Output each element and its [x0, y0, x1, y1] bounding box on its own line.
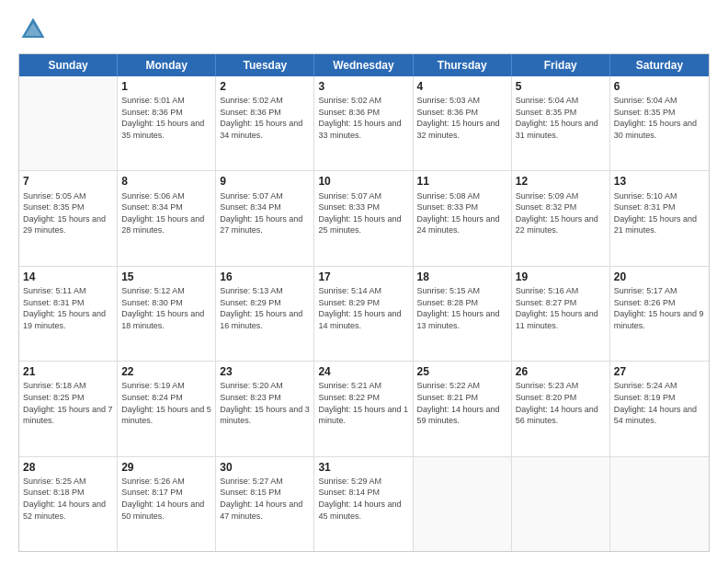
sun-info: Sunrise: 5:08 AMSunset: 8:33 PMDaylight:… — [417, 190, 507, 236]
calendar-cell: 23Sunrise: 5:20 AMSunset: 8:23 PMDayligh… — [216, 362, 314, 455]
calendar-cell: 25Sunrise: 5:22 AMSunset: 8:21 PMDayligh… — [414, 362, 512, 455]
logo-icon — [18, 15, 48, 44]
day-number: 4 — [417, 79, 507, 94]
sun-info: Sunrise: 5:29 AMSunset: 8:14 PMDaylight:… — [318, 476, 408, 522]
sun-info: Sunrise: 5:02 AMSunset: 8:36 PMDaylight:… — [220, 95, 310, 141]
calendar-cell — [19, 76, 118, 170]
sun-info: Sunrise: 5:18 AMSunset: 8:25 PMDaylight:… — [23, 380, 113, 426]
sun-info: Sunrise: 5:15 AMSunset: 8:28 PMDaylight:… — [417, 285, 507, 331]
day-number: 27 — [614, 364, 705, 379]
calendar-week: 21Sunrise: 5:18 AMSunset: 8:25 PMDayligh… — [19, 362, 709, 456]
weekday-header: Thursday — [414, 54, 512, 76]
calendar-cell: 13Sunrise: 5:10 AMSunset: 8:31 PMDayligh… — [610, 171, 709, 265]
calendar-cell: 29Sunrise: 5:26 AMSunset: 8:17 PMDayligh… — [118, 457, 216, 551]
sun-info: Sunrise: 5:24 AMSunset: 8:19 PMDaylight:… — [614, 380, 705, 426]
page: SundayMondayTuesdayWednesdayThursdayFrid… — [0, 0, 728, 563]
calendar-cell: 10Sunrise: 5:07 AMSunset: 8:33 PMDayligh… — [314, 171, 413, 265]
day-number: 25 — [417, 364, 507, 379]
calendar-cell: 1Sunrise: 5:01 AMSunset: 8:36 PMDaylight… — [118, 76, 216, 170]
calendar-cell: 21Sunrise: 5:18 AMSunset: 8:25 PMDayligh… — [19, 362, 118, 455]
calendar: SundayMondayTuesdayWednesdayThursdayFrid… — [18, 53, 710, 552]
day-number: 17 — [318, 270, 408, 284]
day-number: 24 — [318, 364, 408, 379]
header — [18, 15, 710, 44]
sun-info: Sunrise: 5:02 AMSunset: 8:36 PMDaylight:… — [318, 95, 408, 141]
calendar-cell: 30Sunrise: 5:27 AMSunset: 8:15 PMDayligh… — [216, 457, 314, 551]
calendar-cell: 7Sunrise: 5:05 AMSunset: 8:35 PMDaylight… — [19, 171, 118, 265]
calendar-cell: 15Sunrise: 5:12 AMSunset: 8:30 PMDayligh… — [118, 267, 216, 361]
sun-info: Sunrise: 5:11 AMSunset: 8:31 PMDaylight:… — [23, 285, 113, 331]
day-number: 18 — [417, 270, 507, 284]
sun-info: Sunrise: 5:13 AMSunset: 8:29 PMDaylight:… — [220, 285, 310, 331]
sun-info: Sunrise: 5:07 AMSunset: 8:34 PMDaylight:… — [220, 190, 310, 236]
day-number: 21 — [23, 364, 113, 379]
day-number: 20 — [614, 270, 705, 284]
calendar-cell: 16Sunrise: 5:13 AMSunset: 8:29 PMDayligh… — [216, 267, 314, 361]
calendar-body: 1Sunrise: 5:01 AMSunset: 8:36 PMDaylight… — [19, 76, 709, 551]
calendar-cell: 18Sunrise: 5:15 AMSunset: 8:28 PMDayligh… — [414, 267, 512, 361]
calendar-cell: 9Sunrise: 5:07 AMSunset: 8:34 PMDaylight… — [216, 171, 314, 265]
sun-info: Sunrise: 5:05 AMSunset: 8:35 PMDaylight:… — [23, 190, 113, 236]
day-number: 29 — [121, 460, 211, 475]
calendar-week: 14Sunrise: 5:11 AMSunset: 8:31 PMDayligh… — [19, 267, 709, 362]
sun-info: Sunrise: 5:20 AMSunset: 8:23 PMDaylight:… — [220, 380, 310, 426]
sun-info: Sunrise: 5:22 AMSunset: 8:21 PMDaylight:… — [417, 380, 507, 426]
sun-info: Sunrise: 5:19 AMSunset: 8:24 PMDaylight:… — [121, 380, 211, 426]
sun-info: Sunrise: 5:06 AMSunset: 8:34 PMDaylight:… — [121, 190, 211, 236]
logo — [18, 15, 51, 44]
day-number: 8 — [121, 174, 211, 189]
sun-info: Sunrise: 5:09 AMSunset: 8:32 PMDaylight:… — [516, 190, 606, 236]
day-number: 28 — [23, 460, 113, 475]
calendar-cell: 19Sunrise: 5:16 AMSunset: 8:27 PMDayligh… — [512, 267, 610, 361]
day-number: 3 — [318, 79, 408, 94]
sun-info: Sunrise: 5:23 AMSunset: 8:20 PMDaylight:… — [516, 380, 606, 426]
sun-info: Sunrise: 5:14 AMSunset: 8:29 PMDaylight:… — [318, 285, 408, 331]
calendar-week: 7Sunrise: 5:05 AMSunset: 8:35 PMDaylight… — [19, 171, 709, 266]
day-number: 31 — [318, 460, 408, 475]
day-number: 22 — [121, 364, 211, 379]
day-number: 1 — [121, 79, 211, 94]
calendar-cell — [414, 457, 512, 551]
sun-info: Sunrise: 5:04 AMSunset: 8:35 PMDaylight:… — [614, 95, 705, 141]
day-number: 16 — [220, 270, 310, 284]
sun-info: Sunrise: 5:10 AMSunset: 8:31 PMDaylight:… — [614, 190, 705, 236]
day-number: 19 — [516, 270, 606, 284]
weekday-header: Sunday — [19, 54, 118, 76]
day-number: 26 — [516, 364, 606, 379]
calendar-cell: 2Sunrise: 5:02 AMSunset: 8:36 PMDaylight… — [216, 76, 314, 170]
sun-info: Sunrise: 5:16 AMSunset: 8:27 PMDaylight:… — [516, 285, 606, 331]
sun-info: Sunrise: 5:03 AMSunset: 8:36 PMDaylight:… — [417, 95, 507, 141]
day-number: 23 — [220, 364, 310, 379]
sun-info: Sunrise: 5:07 AMSunset: 8:33 PMDaylight:… — [318, 190, 408, 236]
day-number: 10 — [318, 174, 408, 189]
calendar-cell: 17Sunrise: 5:14 AMSunset: 8:29 PMDayligh… — [314, 267, 413, 361]
calendar-cell: 11Sunrise: 5:08 AMSunset: 8:33 PMDayligh… — [414, 171, 512, 265]
calendar-cell: 20Sunrise: 5:17 AMSunset: 8:26 PMDayligh… — [610, 267, 709, 361]
calendar-cell: 8Sunrise: 5:06 AMSunset: 8:34 PMDaylight… — [118, 171, 216, 265]
calendar-cell: 24Sunrise: 5:21 AMSunset: 8:22 PMDayligh… — [314, 362, 413, 455]
sun-info: Sunrise: 5:04 AMSunset: 8:35 PMDaylight:… — [516, 95, 606, 141]
calendar-cell — [512, 457, 610, 551]
sun-info: Sunrise: 5:26 AMSunset: 8:17 PMDaylight:… — [121, 476, 211, 522]
day-number: 14 — [23, 270, 113, 284]
calendar-cell: 31Sunrise: 5:29 AMSunset: 8:14 PMDayligh… — [314, 457, 413, 551]
calendar-cell: 6Sunrise: 5:04 AMSunset: 8:35 PMDaylight… — [610, 76, 709, 170]
weekday-header: Friday — [512, 54, 610, 76]
sun-info: Sunrise: 5:01 AMSunset: 8:36 PMDaylight:… — [121, 95, 211, 141]
sun-info: Sunrise: 5:21 AMSunset: 8:22 PMDaylight:… — [318, 380, 408, 426]
sun-info: Sunrise: 5:25 AMSunset: 8:18 PMDaylight:… — [23, 476, 113, 522]
calendar-header: SundayMondayTuesdayWednesdayThursdayFrid… — [19, 54, 709, 76]
sun-info: Sunrise: 5:17 AMSunset: 8:26 PMDaylight:… — [614, 285, 705, 331]
sun-info: Sunrise: 5:27 AMSunset: 8:15 PMDaylight:… — [220, 476, 310, 522]
day-number: 13 — [614, 174, 705, 189]
calendar-cell: 14Sunrise: 5:11 AMSunset: 8:31 PMDayligh… — [19, 267, 118, 361]
calendar-cell: 28Sunrise: 5:25 AMSunset: 8:18 PMDayligh… — [19, 457, 118, 551]
calendar-cell: 4Sunrise: 5:03 AMSunset: 8:36 PMDaylight… — [414, 76, 512, 170]
day-number: 2 — [220, 79, 310, 94]
calendar-week: 28Sunrise: 5:25 AMSunset: 8:18 PMDayligh… — [19, 457, 709, 551]
calendar-cell: 5Sunrise: 5:04 AMSunset: 8:35 PMDaylight… — [512, 76, 610, 170]
calendar-cell: 12Sunrise: 5:09 AMSunset: 8:32 PMDayligh… — [512, 171, 610, 265]
weekday-header: Saturday — [610, 54, 709, 76]
sun-info: Sunrise: 5:12 AMSunset: 8:30 PMDaylight:… — [121, 285, 211, 331]
day-number: 30 — [220, 460, 310, 475]
